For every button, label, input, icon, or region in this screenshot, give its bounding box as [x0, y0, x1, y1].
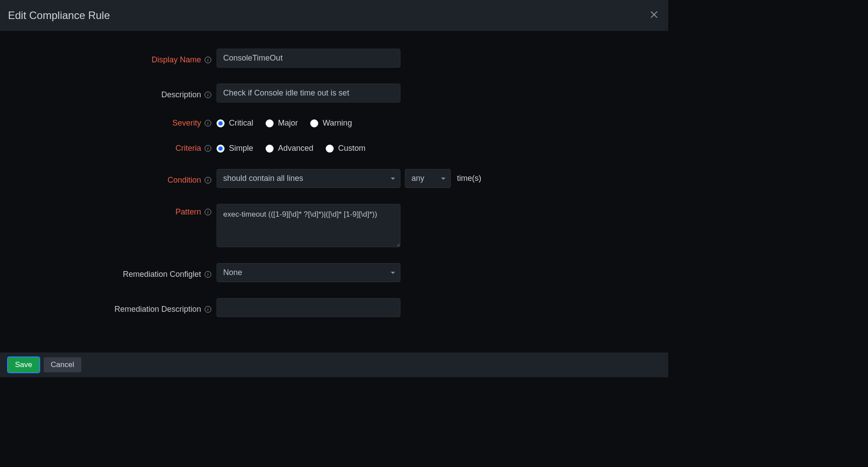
- times-suffix: time(s): [457, 174, 481, 183]
- row-remediation-description: Remediation Description i: [9, 298, 659, 317]
- severity-radio-major[interactable]: Major: [266, 119, 298, 128]
- radio-label: Critical: [229, 119, 253, 128]
- form-body: Display Name i Description i Severity i: [0, 31, 668, 339]
- display-name-input[interactable]: [217, 49, 400, 68]
- severity-radio-group: Critical Major Warning: [217, 119, 352, 128]
- row-pattern: Pattern i: [9, 204, 659, 247]
- info-icon[interactable]: i: [205, 57, 211, 63]
- info-icon[interactable]: i: [205, 209, 211, 215]
- condition-label: Condition: [168, 176, 201, 185]
- label-col: Criteria i: [9, 144, 217, 153]
- severity-radio-warning[interactable]: Warning: [310, 119, 352, 128]
- dialog-footer: Save Cancel: [0, 352, 668, 377]
- pattern-input[interactable]: [217, 204, 400, 247]
- row-description: Description i: [9, 84, 659, 103]
- save-button[interactable]: Save: [8, 357, 39, 372]
- label-col: Display Name i: [9, 52, 217, 65]
- info-icon[interactable]: i: [205, 145, 211, 152]
- cancel-button[interactable]: Cancel: [44, 357, 81, 372]
- criteria-radio-group: Simple Advanced Custom: [217, 144, 365, 153]
- remediation-configlet-select[interactable]: None: [217, 263, 400, 282]
- dialog-header: Edit Compliance Rule: [0, 0, 668, 31]
- row-remediation-configlet: Remediation Configlet i None: [9, 263, 659, 282]
- display-name-label: Display Name: [152, 55, 201, 65]
- label-col: Remediation Description i: [9, 301, 217, 314]
- info-icon[interactable]: i: [205, 120, 211, 126]
- severity-radio-critical[interactable]: Critical: [217, 119, 253, 128]
- info-icon[interactable]: i: [205, 271, 211, 278]
- label-col: Remediation Configlet i: [9, 266, 217, 279]
- radio-label: Custom: [338, 144, 365, 153]
- radio-label: Advanced: [278, 144, 313, 153]
- remediation-description-input[interactable]: [217, 298, 400, 317]
- remediation-configlet-label: Remediation Configlet: [123, 270, 201, 279]
- label-col: Condition i: [9, 172, 217, 185]
- remediation-description-label: Remediation Description: [114, 305, 201, 314]
- info-icon[interactable]: i: [205, 92, 211, 98]
- criteria-radio-custom[interactable]: Custom: [326, 144, 365, 153]
- label-col: Severity i: [9, 119, 217, 128]
- label-col: Pattern i: [9, 204, 217, 217]
- condition-select[interactable]: should contain all lines: [217, 169, 400, 188]
- pattern-label: Pattern: [175, 207, 201, 217]
- description-label: Description: [161, 90, 201, 100]
- row-criteria: Criteria i Simple Advanced Custom: [9, 144, 659, 153]
- radio-label: Warning: [323, 119, 352, 128]
- radio-label: Major: [278, 119, 298, 128]
- condition-times-select[interactable]: any: [405, 169, 451, 188]
- radio-label: Simple: [229, 144, 253, 153]
- dialog-title: Edit Compliance Rule: [8, 9, 110, 22]
- info-icon[interactable]: i: [205, 306, 211, 313]
- row-severity: Severity i Critical Major Warning: [9, 119, 659, 128]
- edit-compliance-rule-dialog: Edit Compliance Rule Display Name i Desc…: [0, 0, 668, 377]
- close-icon[interactable]: [648, 8, 660, 23]
- info-icon[interactable]: i: [205, 177, 211, 184]
- row-display-name: Display Name i: [9, 49, 659, 68]
- row-condition: Condition i should contain all lines any…: [9, 169, 659, 188]
- severity-label: Severity: [172, 119, 201, 128]
- description-input[interactable]: [217, 84, 400, 103]
- criteria-radio-simple[interactable]: Simple: [217, 144, 253, 153]
- criteria-label: Criteria: [175, 144, 201, 153]
- label-col: Description i: [9, 87, 217, 100]
- criteria-radio-advanced[interactable]: Advanced: [266, 144, 313, 153]
